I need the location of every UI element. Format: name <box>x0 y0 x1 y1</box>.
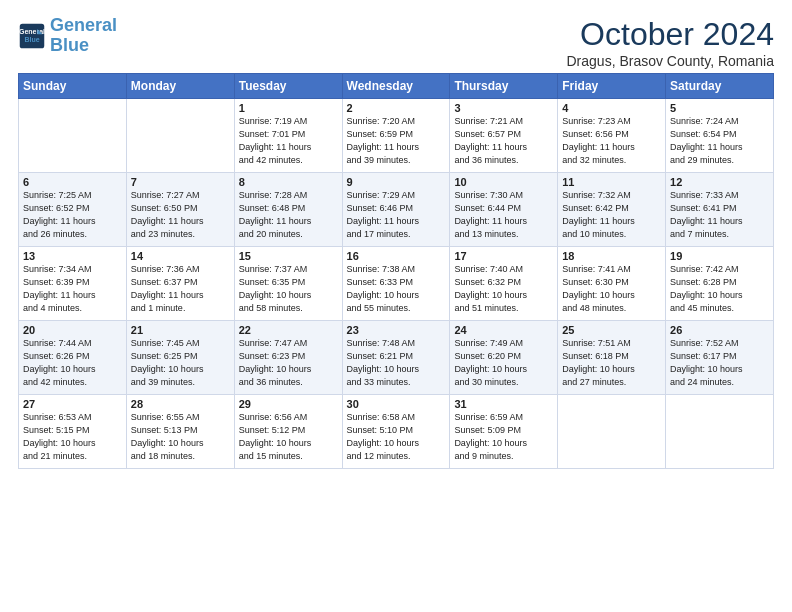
cell-info: Sunrise: 7:52 AM Sunset: 6:17 PM Dayligh… <box>670 337 769 389</box>
day-number: 18 <box>562 250 661 262</box>
day-number: 6 <box>23 176 122 188</box>
day-number: 9 <box>347 176 446 188</box>
cell-info: Sunrise: 7:47 AM Sunset: 6:23 PM Dayligh… <box>239 337 338 389</box>
cell-info: Sunrise: 7:28 AM Sunset: 6:48 PM Dayligh… <box>239 189 338 241</box>
cell-info: Sunrise: 7:48 AM Sunset: 6:21 PM Dayligh… <box>347 337 446 389</box>
day-number: 21 <box>131 324 230 336</box>
day-number: 2 <box>347 102 446 114</box>
calendar-cell: 9Sunrise: 7:29 AM Sunset: 6:46 PM Daylig… <box>342 173 450 247</box>
day-number: 11 <box>562 176 661 188</box>
day-number: 8 <box>239 176 338 188</box>
cell-info: Sunrise: 7:41 AM Sunset: 6:30 PM Dayligh… <box>562 263 661 315</box>
calendar-cell: 5Sunrise: 7:24 AM Sunset: 6:54 PM Daylig… <box>666 99 774 173</box>
calendar-cell: 16Sunrise: 7:38 AM Sunset: 6:33 PM Dayli… <box>342 247 450 321</box>
day-number: 14 <box>131 250 230 262</box>
calendar-week-4: 20Sunrise: 7:44 AM Sunset: 6:26 PM Dayli… <box>19 321 774 395</box>
day-number: 12 <box>670 176 769 188</box>
day-number: 29 <box>239 398 338 410</box>
day-number: 13 <box>23 250 122 262</box>
day-number: 3 <box>454 102 553 114</box>
calendar-cell: 19Sunrise: 7:42 AM Sunset: 6:28 PM Dayli… <box>666 247 774 321</box>
weekday-header-row: SundayMondayTuesdayWednesdayThursdayFrid… <box>19 74 774 99</box>
calendar-cell: 13Sunrise: 7:34 AM Sunset: 6:39 PM Dayli… <box>19 247 127 321</box>
cell-info: Sunrise: 7:27 AM Sunset: 6:50 PM Dayligh… <box>131 189 230 241</box>
cell-info: Sunrise: 7:29 AM Sunset: 6:46 PM Dayligh… <box>347 189 446 241</box>
calendar-cell: 22Sunrise: 7:47 AM Sunset: 6:23 PM Dayli… <box>234 321 342 395</box>
calendar-cell: 30Sunrise: 6:58 AM Sunset: 5:10 PM Dayli… <box>342 395 450 469</box>
cell-info: Sunrise: 7:44 AM Sunset: 6:26 PM Dayligh… <box>23 337 122 389</box>
cell-info: Sunrise: 7:45 AM Sunset: 6:25 PM Dayligh… <box>131 337 230 389</box>
cell-info: Sunrise: 7:20 AM Sunset: 6:59 PM Dayligh… <box>347 115 446 167</box>
cell-info: Sunrise: 7:38 AM Sunset: 6:33 PM Dayligh… <box>347 263 446 315</box>
cell-info: Sunrise: 7:23 AM Sunset: 6:56 PM Dayligh… <box>562 115 661 167</box>
calendar-cell <box>666 395 774 469</box>
cell-info: Sunrise: 7:30 AM Sunset: 6:44 PM Dayligh… <box>454 189 553 241</box>
calendar-cell: 12Sunrise: 7:33 AM Sunset: 6:41 PM Dayli… <box>666 173 774 247</box>
calendar-cell: 4Sunrise: 7:23 AM Sunset: 6:56 PM Daylig… <box>558 99 666 173</box>
cell-info: Sunrise: 7:32 AM Sunset: 6:42 PM Dayligh… <box>562 189 661 241</box>
day-number: 20 <box>23 324 122 336</box>
cell-info: Sunrise: 7:24 AM Sunset: 6:54 PM Dayligh… <box>670 115 769 167</box>
day-number: 28 <box>131 398 230 410</box>
calendar-cell: 15Sunrise: 7:37 AM Sunset: 6:35 PM Dayli… <box>234 247 342 321</box>
calendar-cell: 11Sunrise: 7:32 AM Sunset: 6:42 PM Dayli… <box>558 173 666 247</box>
day-number: 15 <box>239 250 338 262</box>
calendar-cell <box>19 99 127 173</box>
day-number: 22 <box>239 324 338 336</box>
day-number: 30 <box>347 398 446 410</box>
day-number: 7 <box>131 176 230 188</box>
svg-text:Blue: Blue <box>24 36 39 43</box>
calendar-cell: 8Sunrise: 7:28 AM Sunset: 6:48 PM Daylig… <box>234 173 342 247</box>
day-number: 26 <box>670 324 769 336</box>
calendar-week-1: 1Sunrise: 7:19 AM Sunset: 7:01 PM Daylig… <box>19 99 774 173</box>
page: General Blue General Blue October 2024 D… <box>0 0 792 479</box>
calendar-cell: 21Sunrise: 7:45 AM Sunset: 6:25 PM Dayli… <box>126 321 234 395</box>
cell-info: Sunrise: 7:51 AM Sunset: 6:18 PM Dayligh… <box>562 337 661 389</box>
calendar-cell: 23Sunrise: 7:48 AM Sunset: 6:21 PM Dayli… <box>342 321 450 395</box>
calendar-week-2: 6Sunrise: 7:25 AM Sunset: 6:52 PM Daylig… <box>19 173 774 247</box>
main-title: October 2024 <box>567 16 775 53</box>
day-number: 24 <box>454 324 553 336</box>
calendar-cell: 7Sunrise: 7:27 AM Sunset: 6:50 PM Daylig… <box>126 173 234 247</box>
day-number: 27 <box>23 398 122 410</box>
calendar-cell <box>126 99 234 173</box>
calendar-cell: 17Sunrise: 7:40 AM Sunset: 6:32 PM Dayli… <box>450 247 558 321</box>
calendar-week-3: 13Sunrise: 7:34 AM Sunset: 6:39 PM Dayli… <box>19 247 774 321</box>
weekday-header-tuesday: Tuesday <box>234 74 342 99</box>
weekday-header-friday: Friday <box>558 74 666 99</box>
calendar-cell: 2Sunrise: 7:20 AM Sunset: 6:59 PM Daylig… <box>342 99 450 173</box>
calendar-cell: 14Sunrise: 7:36 AM Sunset: 6:37 PM Dayli… <box>126 247 234 321</box>
logo-text: General Blue <box>50 16 117 56</box>
calendar-cell: 26Sunrise: 7:52 AM Sunset: 6:17 PM Dayli… <box>666 321 774 395</box>
calendar-cell: 31Sunrise: 6:59 AM Sunset: 5:09 PM Dayli… <box>450 395 558 469</box>
weekday-header-sunday: Sunday <box>19 74 127 99</box>
calendar-cell: 3Sunrise: 7:21 AM Sunset: 6:57 PM Daylig… <box>450 99 558 173</box>
cell-info: Sunrise: 7:21 AM Sunset: 6:57 PM Dayligh… <box>454 115 553 167</box>
day-number: 17 <box>454 250 553 262</box>
day-number: 31 <box>454 398 553 410</box>
weekday-header-wednesday: Wednesday <box>342 74 450 99</box>
cell-info: Sunrise: 7:19 AM Sunset: 7:01 PM Dayligh… <box>239 115 338 167</box>
weekday-header-saturday: Saturday <box>666 74 774 99</box>
calendar-cell: 28Sunrise: 6:55 AM Sunset: 5:13 PM Dayli… <box>126 395 234 469</box>
cell-info: Sunrise: 6:59 AM Sunset: 5:09 PM Dayligh… <box>454 411 553 463</box>
weekday-header-monday: Monday <box>126 74 234 99</box>
cell-info: Sunrise: 7:25 AM Sunset: 6:52 PM Dayligh… <box>23 189 122 241</box>
calendar-cell: 24Sunrise: 7:49 AM Sunset: 6:20 PM Dayli… <box>450 321 558 395</box>
cell-info: Sunrise: 7:33 AM Sunset: 6:41 PM Dayligh… <box>670 189 769 241</box>
cell-info: Sunrise: 7:36 AM Sunset: 6:37 PM Dayligh… <box>131 263 230 315</box>
calendar-cell: 18Sunrise: 7:41 AM Sunset: 6:30 PM Dayli… <box>558 247 666 321</box>
day-number: 25 <box>562 324 661 336</box>
day-number: 10 <box>454 176 553 188</box>
weekday-header-thursday: Thursday <box>450 74 558 99</box>
calendar-cell: 27Sunrise: 6:53 AM Sunset: 5:15 PM Dayli… <box>19 395 127 469</box>
day-number: 16 <box>347 250 446 262</box>
calendar-cell: 20Sunrise: 7:44 AM Sunset: 6:26 PM Dayli… <box>19 321 127 395</box>
logo-icon: General Blue <box>18 22 46 50</box>
cell-info: Sunrise: 6:55 AM Sunset: 5:13 PM Dayligh… <box>131 411 230 463</box>
calendar-cell <box>558 395 666 469</box>
day-number: 19 <box>670 250 769 262</box>
day-number: 4 <box>562 102 661 114</box>
cell-info: Sunrise: 6:58 AM Sunset: 5:10 PM Dayligh… <box>347 411 446 463</box>
cell-info: Sunrise: 7:37 AM Sunset: 6:35 PM Dayligh… <box>239 263 338 315</box>
